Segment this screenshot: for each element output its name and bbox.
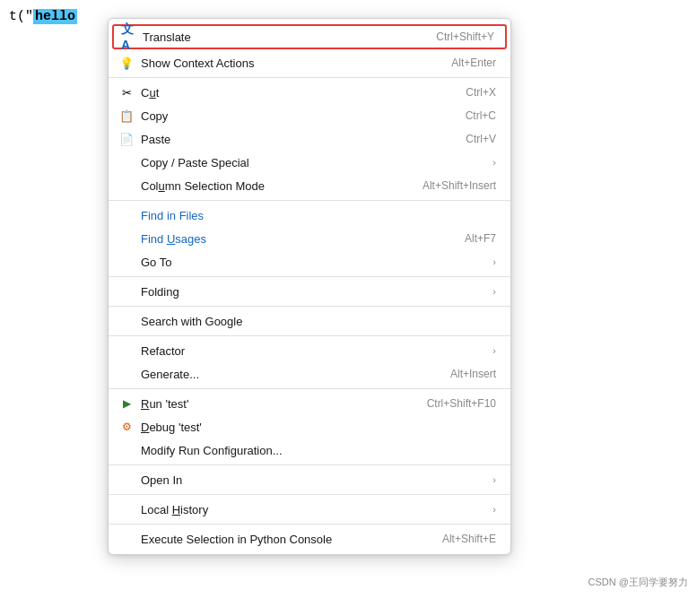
lh-icon <box>119 502 134 516</box>
menu-item-paste-shortcut: Ctrl+V <box>466 133 496 145</box>
separator-6 <box>109 388 510 389</box>
gt-icon <box>119 255 134 269</box>
menu-item-copy[interactable]: 📋 Copy Ctrl+C <box>109 104 510 127</box>
menu-item-paste[interactable]: 📄 Paste Ctrl+V <box>109 127 510 151</box>
menu-item-find-usages[interactable]: Find Usages Alt+F7 <box>109 227 510 250</box>
menu-item-copy-label: Copy <box>141 109 168 123</box>
lh-arrow: › <box>492 504 496 515</box>
menu-item-copy-left: 📋 Copy <box>119 108 168 123</box>
debug-icon: ⚙ <box>119 420 134 434</box>
watermark-text: CSDN @王同学要努力 <box>588 577 688 587</box>
cps-icon <box>119 155 134 169</box>
menu-item-generate-shortcut: Alt+Insert <box>450 368 496 380</box>
folding-arrow: › <box>492 286 496 297</box>
menu-item-cs-shortcut: Alt+Shift+Insert <box>423 179 496 192</box>
menu-item-show-context-actions[interactable]: 💡 Show Context Actions Alt+Enter <box>109 51 510 74</box>
menu-item-folding-label: Folding <box>141 285 179 299</box>
menu-item-modify-run[interactable]: Modify Run Configuration... <box>109 438 510 462</box>
paste-icon: 📄 <box>119 132 134 146</box>
menu-item-context-shortcut: Alt+Enter <box>451 56 496 69</box>
menu-item-lh-label: Local History <box>141 503 208 516</box>
menu-item-column-selection[interactable]: Column Selection Mode Alt+Shift+Insert <box>109 174 510 197</box>
menu-item-gt-label: Go To <box>141 256 171 269</box>
menu-item-fif-left: Find in Files <box>119 208 204 222</box>
separator-3 <box>109 276 510 277</box>
menu-item-cps-label: Copy / Paste Special <box>141 156 249 169</box>
menu-item-gt-left: Go To <box>119 255 171 269</box>
menu-item-oi-label: Open In <box>141 473 182 487</box>
separator-7 <box>109 464 510 465</box>
menu-item-translate-shortcut: Ctrl+Shift+Y <box>436 30 494 43</box>
menu-item-open-in[interactable]: Open In › <box>109 468 510 491</box>
menu-item-generate-label: Generate... <box>141 368 199 381</box>
menu-item-translate[interactable]: 文A Translate Ctrl+Shift+Y <box>112 24 507 49</box>
menu-item-run-label: Run 'test' <box>141 397 188 411</box>
menu-item-cs-label: Column Selection Mode <box>141 179 265 193</box>
menu-item-translate-label: Translate <box>143 30 191 44</box>
menu-item-es-label: Execute Selection in Python Console <box>141 533 332 546</box>
editor-code: t("hello <box>9 9 77 24</box>
menu-item-cut-shortcut: Ctrl+X <box>466 86 496 99</box>
menu-item-debug-test[interactable]: ⚙ Debug 'test' <box>109 415 510 438</box>
separator-5 <box>109 335 510 336</box>
menu-item-debug-left: ⚙ Debug 'test' <box>119 420 202 434</box>
menu-item-cut-left: ✂ Cut <box>119 85 159 100</box>
menu-item-mr-label: Modify Run Configuration... <box>141 444 283 457</box>
separator-9 <box>109 524 510 525</box>
menu-item-mr-left: Modify Run Configuration... <box>119 443 283 457</box>
fu-icon <box>119 231 134 246</box>
menu-item-fif-label: Find in Files <box>141 209 204 222</box>
menu-item-local-history[interactable]: Local History › <box>109 498 510 521</box>
refactor-icon <box>119 343 134 358</box>
menu-item-context-left: 💡 Show Context Actions <box>119 56 254 70</box>
refactor-arrow: › <box>492 345 496 356</box>
separator-2 <box>109 200 510 201</box>
cs-icon <box>119 178 134 193</box>
oi-arrow: › <box>492 474 496 485</box>
watermark: CSDN @王同学要努力 <box>588 576 688 589</box>
cut-icon: ✂ <box>119 85 134 100</box>
menu-item-oi-left: Open In <box>119 473 182 487</box>
gt-arrow: › <box>492 256 496 267</box>
separator-1 <box>109 77 510 78</box>
menu-item-es-shortcut: Alt+Shift+E <box>442 533 496 545</box>
mr-icon <box>119 443 134 457</box>
menu-item-cut[interactable]: ✂ Cut Ctrl+X <box>109 81 510 104</box>
menu-item-fu-label: Find Usages <box>141 232 206 246</box>
menu-item-refactor-label: Refactor <box>141 344 185 358</box>
menu-item-sg-left: Search with Google <box>119 314 242 328</box>
menu-item-paste-left: 📄 Paste <box>119 132 170 146</box>
cps-arrow: › <box>492 157 496 168</box>
oi-icon <box>119 473 134 487</box>
menu-item-debug-label: Debug 'test' <box>141 421 202 434</box>
menu-item-cps-left: Copy / Paste Special <box>119 155 249 169</box>
menu-item-translate-left: 文A Translate <box>121 30 191 44</box>
code-prefix: t("hello <box>9 9 77 24</box>
fif-icon <box>119 208 134 222</box>
separator-4 <box>109 306 510 307</box>
run-icon: ▶ <box>119 396 134 411</box>
menu-item-cut-label: Cut <box>141 86 159 100</box>
menu-item-sg-label: Search with Google <box>141 315 242 328</box>
menu-item-refactor[interactable]: Refactor › <box>109 339 510 362</box>
menu-item-run-shortcut: Ctrl+Shift+F10 <box>427 397 496 410</box>
menu-item-run-test[interactable]: ▶ Run 'test' Ctrl+Shift+F10 <box>109 392 510 415</box>
menu-item-lh-left: Local History <box>119 502 208 516</box>
menu-item-go-to[interactable]: Go To › <box>109 250 510 273</box>
bulb-icon: 💡 <box>119 56 134 70</box>
menu-item-execute-selection[interactable]: Execute Selection in Python Console Alt+… <box>109 527 510 551</box>
separator-8 <box>109 494 510 495</box>
menu-item-folding[interactable]: Folding › <box>109 280 510 303</box>
menu-item-copy-paste-special[interactable]: Copy / Paste Special › <box>109 151 510 174</box>
menu-item-find-in-files[interactable]: Find in Files <box>109 204 510 227</box>
menu-item-fu-left: Find Usages <box>119 231 206 246</box>
sg-icon <box>119 314 134 328</box>
menu-item-generate[interactable]: Generate... Alt+Insert <box>109 362 510 386</box>
menu-item-run-left: ▶ Run 'test' <box>119 396 188 411</box>
es-icon <box>119 532 134 546</box>
menu-item-es-left: Execute Selection in Python Console <box>119 532 332 546</box>
menu-item-search-google[interactable]: Search with Google <box>109 309 510 333</box>
menu-item-context-label: Show Context Actions <box>141 56 254 70</box>
menu-item-fu-shortcut: Alt+F7 <box>465 232 496 245</box>
context-menu: 文A Translate Ctrl+Shift+Y 💡 Show Context… <box>108 18 511 555</box>
